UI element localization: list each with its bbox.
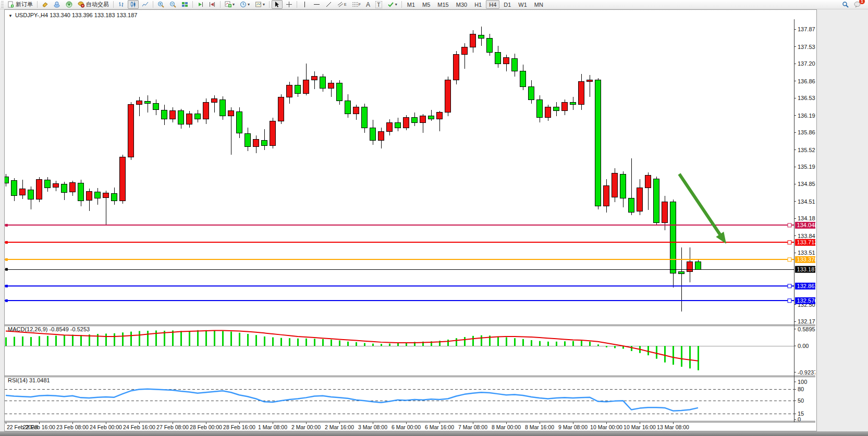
price-chart-canvas[interactable]: 137.870137.530137.200136.860136.530136.1…	[5, 10, 815, 430]
svg-text:132.576: 132.576	[797, 297, 815, 304]
chart-title: ▼USDJPY-,H4 133.340 133.396 133.183 133.…	[8, 12, 137, 18]
toolbar-grip[interactable]	[1, 1, 4, 8]
line-chart-button[interactable]	[140, 0, 151, 9]
timeframe-m15-button[interactable]: M15	[434, 0, 451, 9]
new-order-button[interactable]: 新订单	[5, 0, 35, 9]
cursor-button[interactable]	[272, 0, 283, 9]
styles-icon	[42, 1, 48, 8]
search-button[interactable]	[840, 0, 851, 9]
svg-text:133.187: 133.187	[797, 266, 815, 272]
zoom-in-button[interactable]	[155, 0, 166, 9]
crosshair-button[interactable]	[284, 0, 295, 9]
price-axis[interactable]: 137.870137.530137.200136.860136.530136.1…	[794, 26, 815, 325]
candle-chart-button[interactable]	[128, 0, 139, 9]
timeframe-mn-button[interactable]: MN	[531, 0, 546, 9]
channel-icon	[337, 1, 344, 8]
bar-chart-button[interactable]	[116, 0, 127, 9]
auto-trading-label: 自动交易	[86, 1, 109, 8]
chart-shift-icon	[209, 1, 216, 8]
candle-chart-icon	[130, 1, 137, 8]
signal-icon	[66, 1, 72, 8]
fibo-letter: F	[359, 3, 361, 6]
svg-text:134.850: 134.850	[798, 181, 815, 187]
equidistant-channel-button[interactable]: E	[335, 0, 349, 9]
timeframe-h1-button[interactable]: H1	[471, 0, 485, 9]
zoom-in-icon	[157, 1, 164, 8]
svg-text:24 Feb 16:00: 24 Feb 16:00	[123, 424, 155, 430]
svg-text:3 Mar 08:00: 3 Mar 08:00	[358, 424, 387, 430]
macd-pane[interactable]: 0.58950.00-0.9237	[5, 326, 815, 376]
templates-button[interactable]: ▾	[253, 0, 267, 9]
svg-text:50: 50	[798, 397, 804, 404]
svg-text:137.870: 137.870	[798, 26, 815, 32]
svg-text:136.860: 136.860	[798, 78, 815, 84]
svg-text:28 Feb 00:00: 28 Feb 00:00	[190, 424, 222, 430]
crosshair-icon	[286, 1, 292, 8]
arrows-icon	[387, 1, 394, 8]
chart-shift-button[interactable]	[207, 0, 218, 9]
timeframe-m30-button[interactable]: M30	[453, 0, 470, 9]
collapse-triangle-icon[interactable]: ▼	[8, 14, 13, 18]
trendline-button[interactable]	[323, 0, 334, 9]
price-levels-layer[interactable]: 134.048133.713133.378133.187132.861132.5…	[5, 222, 815, 304]
text-label-button[interactable]: T	[373, 0, 384, 9]
svg-text:133.378: 133.378	[797, 256, 815, 263]
separator	[37, 1, 38, 8]
horizontal-line-button[interactable]	[311, 0, 322, 9]
auto-scroll-button[interactable]	[195, 0, 206, 9]
svg-text:27 Feb 08:00: 27 Feb 08:00	[156, 424, 189, 430]
tile-windows-icon	[181, 1, 188, 8]
candles-layer[interactable]	[5, 27, 701, 311]
auto-trading-button[interactable]: 自动交易	[76, 0, 111, 9]
dropdown-caret-icon: ▾	[263, 2, 265, 7]
chart-window: ▼USDJPY-,H4 133.340 133.396 133.183 133.…	[4, 9, 817, 431]
timeframe-d1-button[interactable]: D1	[500, 0, 514, 9]
timeframe-m5-button[interactable]: M5	[419, 0, 433, 9]
text-button[interactable]: A	[364, 0, 372, 9]
timeframe-m1-button[interactable]: M1	[404, 0, 418, 9]
notifications-button[interactable]: 1	[852, 0, 863, 9]
zoom-out-button[interactable]	[167, 0, 178, 9]
text-tool-letter: A	[366, 1, 370, 8]
zoom-out-icon	[169, 1, 176, 8]
vertical-line-button[interactable]	[299, 0, 310, 9]
svg-text:8 Mar 16:00: 8 Mar 16:00	[525, 424, 554, 430]
dropdown-caret-icon: ▾	[395, 2, 397, 7]
svg-text:100: 100	[798, 379, 807, 385]
rsi-pane[interactable]: 1008050150	[5, 379, 807, 422]
periods-button[interactable]: ▾	[238, 0, 252, 9]
terminal-button[interactable]	[52, 0, 63, 9]
svg-text:10 Mar 00:00: 10 Mar 00:00	[590, 424, 622, 430]
search-icon	[842, 1, 849, 8]
label-tool-letter: T	[375, 1, 382, 8]
fibonacci-button[interactable]: F	[350, 0, 363, 9]
separator	[220, 1, 221, 8]
svg-text:2 Mar 00:00: 2 Mar 00:00	[291, 424, 321, 430]
new-order-label: 新订单	[16, 1, 33, 8]
svg-text:1 Mar 08:00: 1 Mar 08:00	[258, 424, 287, 430]
svg-text:135.860: 135.860	[798, 129, 815, 135]
svg-text:-0.9237: -0.9237	[798, 369, 815, 376]
svg-text:0: 0	[798, 416, 801, 422]
indicators-button[interactable]: ▾	[223, 0, 237, 9]
bottom-strip	[0, 431, 868, 436]
styles-button[interactable]	[40, 0, 51, 9]
tile-windows-button[interactable]	[179, 0, 190, 9]
svg-text:7 Mar 08:00: 7 Mar 08:00	[458, 424, 487, 430]
svg-text:23 Feb 08:00: 23 Feb 08:00	[56, 424, 89, 430]
timeframe-w1-button[interactable]: W1	[515, 0, 530, 9]
svg-text:22 Feb 16:00: 22 Feb 16:00	[23, 424, 55, 430]
main-toolbar: 新订单 自动交易 ▾ ▾	[0, 0, 868, 9]
separator	[113, 1, 114, 8]
separator	[401, 1, 402, 8]
svg-text:137.200: 137.200	[798, 60, 815, 67]
symbol-ohlc-text: USDJPY-,H4 133.340 133.396 133.183 133.1…	[15, 12, 137, 18]
trend-arrow-annotation[interactable]	[679, 174, 726, 244]
svg-text:0.00: 0.00	[798, 343, 809, 349]
arrows-button[interactable]: ▾	[385, 0, 399, 9]
horizontal-line-icon	[313, 1, 320, 8]
signal-button[interactable]	[64, 0, 75, 9]
timeframe-h4-button[interactable]: H4	[486, 0, 499, 9]
time-axis[interactable]: 22 Feb 202322 Feb 16:0023 Feb 08:0024 Fe…	[6, 422, 689, 430]
svg-text:136.530: 136.530	[798, 95, 815, 101]
